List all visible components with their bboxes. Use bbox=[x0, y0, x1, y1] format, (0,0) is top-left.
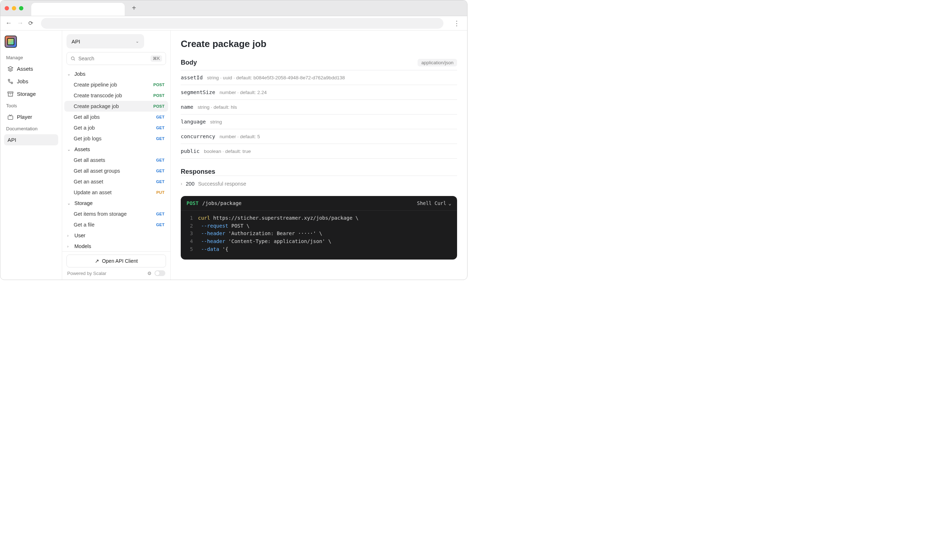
browser-menu-button[interactable]: ⋮ bbox=[451, 19, 462, 27]
endpoint-item[interactable]: Create pipeline jobPOST bbox=[64, 79, 168, 90]
primary-sidebar: Manage Assets Jobs Storage Tools Player … bbox=[0, 31, 62, 280]
param-name: language bbox=[181, 119, 206, 125]
param-meta: number · default: 5 bbox=[219, 134, 260, 139]
tree-group[interactable]: ⌄Assets bbox=[64, 144, 168, 155]
back-button[interactable]: ← bbox=[5, 19, 12, 27]
chevron-down-icon: ⌄ bbox=[67, 201, 71, 206]
new-tab-button[interactable]: + bbox=[132, 4, 136, 12]
endpoint-label: Get all jobs bbox=[74, 114, 100, 120]
browser-toolbar: ← → ⟳ ⋮ bbox=[0, 16, 467, 31]
endpoint-item[interactable]: Get items from storageGET bbox=[64, 209, 168, 219]
api-selector-dropdown[interactable]: API ⌄ bbox=[66, 34, 144, 48]
endpoint-item[interactable]: Get all assetsGET bbox=[64, 155, 168, 166]
chevron-right-icon: › bbox=[67, 233, 71, 238]
method-badge: GET bbox=[156, 223, 165, 227]
endpoint-label: Get all asset groups bbox=[74, 168, 120, 174]
gear-icon[interactable]: ⚙ bbox=[147, 271, 152, 276]
chevron-right-icon: › bbox=[67, 244, 71, 248]
endpoint-item[interactable]: Get job logsGET bbox=[64, 133, 168, 144]
nav-item-assets[interactable]: Assets bbox=[4, 63, 58, 74]
maximize-window-button[interactable] bbox=[19, 6, 23, 11]
theme-toggle[interactable] bbox=[154, 270, 165, 276]
page-title: Create package job bbox=[181, 38, 457, 49]
endpoint-item[interactable]: Get an assetGET bbox=[64, 176, 168, 187]
endpoint-item[interactable]: Create transcode jobPOST bbox=[64, 90, 168, 101]
endpoint-item[interactable]: Get all jobsGET bbox=[64, 112, 168, 122]
endpoint-label: Get job logs bbox=[74, 136, 101, 142]
svg-rect-2 bbox=[11, 82, 12, 84]
param-meta: number · default: 2.24 bbox=[219, 90, 267, 95]
endpoint-item[interactable]: Get a fileGET bbox=[64, 219, 168, 230]
tree-group[interactable]: ›User bbox=[64, 230, 168, 241]
content-type-badge: application/json bbox=[418, 59, 457, 66]
code-language-selector[interactable]: Shell Curl ⌄ bbox=[417, 200, 451, 206]
tree-group[interactable]: ⌄Jobs bbox=[64, 69, 168, 79]
nav-label: Assets bbox=[17, 66, 33, 72]
method-badge: GET bbox=[156, 180, 165, 184]
url-bar[interactable] bbox=[41, 18, 443, 29]
param-row: languagestring bbox=[181, 114, 457, 129]
param-row: concurrencynumber · default: 5 bbox=[181, 129, 457, 144]
chevron-down-icon: ⌄ bbox=[67, 147, 71, 152]
endpoint-item[interactable]: Update an assetPUT bbox=[64, 187, 168, 198]
browser-tab[interactable] bbox=[31, 3, 125, 16]
forward-button[interactable]: → bbox=[17, 19, 23, 27]
tree-group[interactable]: ⌄Storage bbox=[64, 198, 168, 209]
endpoint-item[interactable]: Create package jobPOST bbox=[64, 101, 168, 112]
code-path: /jobs/package bbox=[202, 200, 242, 206]
method-badge: GET bbox=[156, 212, 165, 216]
svg-rect-1 bbox=[8, 79, 10, 81]
response-row[interactable]: › 200 Successful response bbox=[181, 176, 457, 193]
endpoint-label: Create transcode job bbox=[74, 92, 122, 98]
section-label-tools: Tools bbox=[4, 101, 58, 110]
body-section-heading: Body bbox=[181, 59, 197, 66]
param-row: assetIdstring · uuid · default: b084e5f3… bbox=[181, 70, 457, 85]
code-sample: POST /jobs/package Shell Curl ⌄ 1curl ht… bbox=[181, 196, 457, 260]
response-code: 200 bbox=[186, 181, 194, 187]
endpoint-label: Get items from storage bbox=[74, 211, 127, 217]
line-number: 4 bbox=[187, 238, 193, 246]
close-window-button[interactable] bbox=[5, 6, 9, 11]
endpoint-label: Create pipeline job bbox=[74, 82, 117, 88]
param-name: name bbox=[181, 104, 193, 110]
nav-label: Storage bbox=[17, 91, 36, 97]
line-number: 5 bbox=[187, 246, 193, 254]
endpoint-item[interactable]: Get all asset groupsGET bbox=[64, 166, 168, 176]
chevron-down-icon: ⌄ bbox=[136, 39, 139, 44]
nav-item-jobs[interactable]: Jobs bbox=[4, 76, 58, 87]
nav-label: Jobs bbox=[17, 78, 28, 85]
method-badge: POST bbox=[153, 83, 165, 87]
endpoint-tree: ⌄JobsCreate pipeline jobPOSTCreate trans… bbox=[62, 68, 170, 251]
endpoint-item[interactable]: Get a jobGET bbox=[64, 122, 168, 133]
reload-button[interactable]: ⟳ bbox=[28, 20, 33, 26]
endpoint-label: Update an asset bbox=[74, 189, 112, 195]
search-placeholder: Search bbox=[78, 55, 94, 62]
line-number: 1 bbox=[187, 214, 193, 222]
nav-item-api[interactable]: API bbox=[4, 134, 58, 145]
nav-item-storage[interactable]: Storage bbox=[4, 88, 58, 100]
method-badge: POST bbox=[153, 104, 165, 108]
nav-item-player[interactable]: Player bbox=[4, 111, 58, 122]
doc-sidebar: API ⌄ Search ⌘K ⌄JobsCreate pipeline job… bbox=[62, 31, 171, 280]
method-badge: PUT bbox=[156, 190, 165, 195]
workflow-icon bbox=[8, 78, 13, 85]
endpoint-label: Get all assets bbox=[74, 157, 105, 163]
search-input[interactable]: Search ⌘K bbox=[66, 52, 166, 65]
section-label-manage: Manage bbox=[4, 53, 58, 62]
tree-group-label: User bbox=[74, 232, 85, 238]
endpoint-label: Get a job bbox=[74, 125, 95, 131]
param-row: namestring · default: hls bbox=[181, 100, 457, 114]
response-desc: Successful response bbox=[198, 181, 246, 187]
minimize-window-button[interactable] bbox=[12, 6, 16, 11]
tree-group[interactable]: ›Models bbox=[64, 241, 168, 251]
code-method: POST bbox=[187, 200, 199, 206]
method-badge: GET bbox=[156, 169, 165, 173]
nav-label: Player bbox=[17, 114, 32, 120]
powered-by-label: Powered by Scalar bbox=[67, 271, 106, 276]
method-badge: POST bbox=[153, 93, 165, 98]
search-shortcut: ⌘K bbox=[151, 55, 162, 62]
search-icon bbox=[71, 56, 76, 61]
open-api-client-button[interactable]: ↗ Open API Client bbox=[66, 254, 166, 268]
chevron-right-icon: › bbox=[181, 181, 182, 186]
box-icon bbox=[8, 91, 13, 97]
